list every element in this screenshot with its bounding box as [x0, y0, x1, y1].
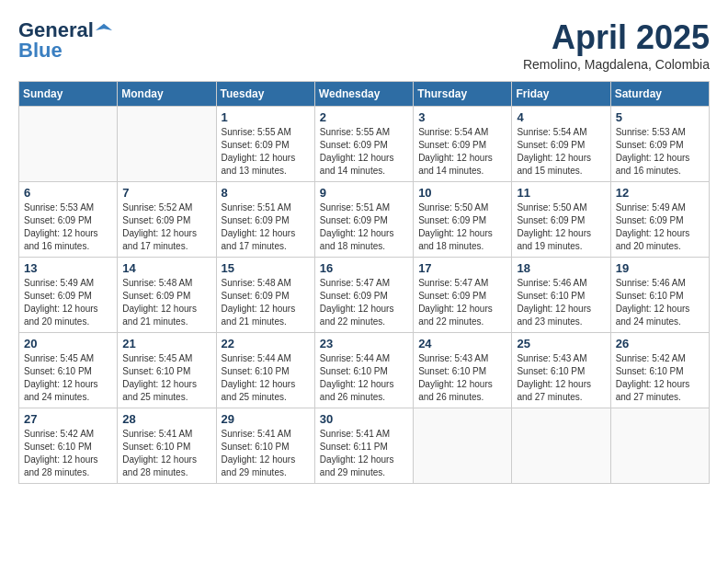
day-number: 16 — [320, 261, 408, 275]
calendar-cell: 28Sunrise: 5:41 AM Sunset: 6:10 PM Dayli… — [118, 408, 216, 484]
day-info: Sunrise: 5:44 AM Sunset: 6:10 PM Dayligh… — [320, 352, 408, 404]
day-number: 28 — [122, 412, 210, 426]
day-number: 27 — [24, 412, 112, 426]
day-info: Sunrise: 5:54 AM Sunset: 6:09 PM Dayligh… — [517, 126, 605, 178]
day-info: Sunrise: 5:51 AM Sunset: 6:09 PM Dayligh… — [320, 201, 408, 253]
calendar-cell: 19Sunrise: 5:46 AM Sunset: 6:10 PM Dayli… — [610, 258, 709, 333]
location: Remolino, Magdalena, Colombia — [523, 57, 710, 72]
day-info: Sunrise: 5:50 AM Sunset: 6:09 PM Dayligh… — [517, 201, 605, 253]
day-number: 18 — [517, 261, 605, 275]
day-number: 6 — [24, 186, 112, 200]
day-number: 30 — [320, 412, 408, 426]
calendar-cell: 16Sunrise: 5:47 AM Sunset: 6:09 PM Dayli… — [314, 258, 413, 333]
day-number: 29 — [222, 412, 310, 426]
calendar-cell: 10Sunrise: 5:50 AM Sunset: 6:09 PM Dayli… — [414, 182, 512, 258]
calendar-cell: 12Sunrise: 5:49 AM Sunset: 6:09 PM Dayli… — [610, 182, 709, 258]
weekday-header-tuesday: Tuesday — [216, 82, 314, 107]
day-info: Sunrise: 5:53 AM Sunset: 6:09 PM Dayligh… — [24, 201, 112, 253]
day-info: Sunrise: 5:52 AM Sunset: 6:09 PM Dayligh… — [122, 201, 210, 253]
day-info: Sunrise: 5:43 AM Sunset: 6:10 PM Dayligh… — [517, 352, 605, 404]
day-info: Sunrise: 5:43 AM Sunset: 6:10 PM Dayligh… — [418, 352, 506, 404]
calendar-cell — [118, 107, 216, 182]
day-info: Sunrise: 5:50 AM Sunset: 6:09 PM Dayligh… — [418, 201, 506, 253]
weekday-header-friday: Friday — [512, 82, 610, 107]
calendar-week-row: 1Sunrise: 5:55 AM Sunset: 6:09 PM Daylig… — [19, 107, 710, 182]
day-info: Sunrise: 5:42 AM Sunset: 6:10 PM Dayligh… — [616, 352, 704, 404]
day-info: Sunrise: 5:48 AM Sunset: 6:09 PM Dayligh… — [222, 277, 310, 328]
calendar-week-row: 6Sunrise: 5:53 AM Sunset: 6:09 PM Daylig… — [19, 182, 710, 258]
day-number: 1 — [222, 110, 310, 124]
calendar-table: SundayMondayTuesdayWednesdayThursdayFrid… — [18, 81, 710, 484]
day-info: Sunrise: 5:41 AM Sunset: 6:10 PM Dayligh… — [222, 428, 310, 479]
weekday-header-wednesday: Wednesday — [314, 82, 413, 107]
day-info: Sunrise: 5:54 AM Sunset: 6:09 PM Dayligh… — [418, 126, 506, 178]
weekday-header-row: SundayMondayTuesdayWednesdayThursdayFrid… — [19, 82, 710, 107]
day-info: Sunrise: 5:47 AM Sunset: 6:09 PM Dayligh… — [320, 277, 408, 328]
calendar-week-row: 20Sunrise: 5:45 AM Sunset: 6:10 PM Dayli… — [19, 333, 710, 408]
day-info: Sunrise: 5:51 AM Sunset: 6:09 PM Dayligh… — [222, 201, 310, 253]
calendar-cell: 21Sunrise: 5:45 AM Sunset: 6:10 PM Dayli… — [118, 333, 216, 408]
day-info: Sunrise: 5:45 AM Sunset: 6:10 PM Dayligh… — [122, 352, 210, 404]
calendar-week-row: 13Sunrise: 5:49 AM Sunset: 6:09 PM Dayli… — [19, 258, 710, 333]
calendar-cell: 18Sunrise: 5:46 AM Sunset: 6:10 PM Dayli… — [512, 258, 610, 333]
month-title: April 2025 — [523, 18, 710, 57]
calendar-cell: 9Sunrise: 5:51 AM Sunset: 6:09 PM Daylig… — [314, 182, 413, 258]
page-header: General Blue April 2025 Remolino, Magdal… — [18, 18, 710, 72]
calendar-cell: 15Sunrise: 5:48 AM Sunset: 6:09 PM Dayli… — [216, 258, 314, 333]
day-info: Sunrise: 5:41 AM Sunset: 6:10 PM Dayligh… — [122, 428, 210, 479]
day-info: Sunrise: 5:55 AM Sunset: 6:09 PM Dayligh… — [222, 126, 310, 178]
day-number: 8 — [222, 186, 310, 200]
day-info: Sunrise: 5:47 AM Sunset: 6:09 PM Dayligh… — [418, 277, 506, 328]
weekday-header-thursday: Thursday — [414, 82, 512, 107]
day-info: Sunrise: 5:49 AM Sunset: 6:09 PM Dayligh… — [616, 201, 704, 253]
day-number: 9 — [320, 186, 408, 200]
day-number: 4 — [517, 110, 605, 124]
day-number: 24 — [418, 337, 506, 350]
day-number: 12 — [616, 186, 704, 200]
calendar-cell: 30Sunrise: 5:41 AM Sunset: 6:11 PM Dayli… — [314, 408, 413, 484]
calendar-cell: 2Sunrise: 5:55 AM Sunset: 6:09 PM Daylig… — [314, 107, 413, 182]
day-info: Sunrise: 5:49 AM Sunset: 6:09 PM Dayligh… — [24, 277, 112, 328]
day-info: Sunrise: 5:46 AM Sunset: 6:10 PM Dayligh… — [517, 277, 605, 328]
calendar-cell: 3Sunrise: 5:54 AM Sunset: 6:09 PM Daylig… — [414, 107, 512, 182]
calendar-cell: 20Sunrise: 5:45 AM Sunset: 6:10 PM Dayli… — [19, 333, 118, 408]
title-section: April 2025 Remolino, Magdalena, Colombia — [523, 18, 710, 72]
day-number: 2 — [320, 110, 408, 124]
day-number: 19 — [616, 261, 704, 275]
day-number: 15 — [222, 261, 310, 275]
day-number: 3 — [418, 110, 506, 124]
calendar-cell: 22Sunrise: 5:44 AM Sunset: 6:10 PM Dayli… — [216, 333, 314, 408]
calendar-cell: 6Sunrise: 5:53 AM Sunset: 6:09 PM Daylig… — [19, 182, 118, 258]
day-number: 11 — [517, 186, 605, 200]
day-number: 5 — [616, 110, 704, 124]
calendar-cell: 5Sunrise: 5:53 AM Sunset: 6:09 PM Daylig… — [610, 107, 709, 182]
weekday-header-monday: Monday — [118, 82, 216, 107]
calendar-cell: 29Sunrise: 5:41 AM Sunset: 6:10 PM Dayli… — [216, 408, 314, 484]
weekday-header-saturday: Saturday — [610, 82, 709, 107]
logo-bird-icon — [96, 22, 112, 39]
calendar-cell: 13Sunrise: 5:49 AM Sunset: 6:09 PM Dayli… — [19, 258, 118, 333]
day-info: Sunrise: 5:46 AM Sunset: 6:10 PM Dayligh… — [616, 277, 704, 328]
calendar-cell: 4Sunrise: 5:54 AM Sunset: 6:09 PM Daylig… — [512, 107, 610, 182]
day-number: 10 — [418, 186, 506, 200]
calendar-cell — [19, 107, 118, 182]
weekday-header-sunday: Sunday — [19, 82, 118, 107]
logo-blue: Blue — [18, 39, 63, 63]
day-info: Sunrise: 5:55 AM Sunset: 6:09 PM Dayligh… — [320, 126, 408, 178]
calendar-cell: 27Sunrise: 5:42 AM Sunset: 6:10 PM Dayli… — [19, 408, 118, 484]
calendar-cell: 17Sunrise: 5:47 AM Sunset: 6:09 PM Dayli… — [414, 258, 512, 333]
day-info: Sunrise: 5:48 AM Sunset: 6:09 PM Dayligh… — [122, 277, 210, 328]
day-info: Sunrise: 5:45 AM Sunset: 6:10 PM Dayligh… — [24, 352, 112, 404]
calendar-cell: 7Sunrise: 5:52 AM Sunset: 6:09 PM Daylig… — [118, 182, 216, 258]
day-number: 25 — [517, 337, 605, 350]
calendar-cell: 8Sunrise: 5:51 AM Sunset: 6:09 PM Daylig… — [216, 182, 314, 258]
calendar-cell: 14Sunrise: 5:48 AM Sunset: 6:09 PM Dayli… — [118, 258, 216, 333]
svg-marker-0 — [96, 24, 112, 30]
day-number: 14 — [122, 261, 210, 275]
calendar-cell: 24Sunrise: 5:43 AM Sunset: 6:10 PM Dayli… — [414, 333, 512, 408]
calendar-cell: 11Sunrise: 5:50 AM Sunset: 6:09 PM Dayli… — [512, 182, 610, 258]
day-number: 20 — [24, 337, 112, 350]
day-info: Sunrise: 5:42 AM Sunset: 6:10 PM Dayligh… — [24, 428, 112, 479]
calendar-cell: 1Sunrise: 5:55 AM Sunset: 6:09 PM Daylig… — [216, 107, 314, 182]
calendar-cell: 26Sunrise: 5:42 AM Sunset: 6:10 PM Dayli… — [610, 333, 709, 408]
